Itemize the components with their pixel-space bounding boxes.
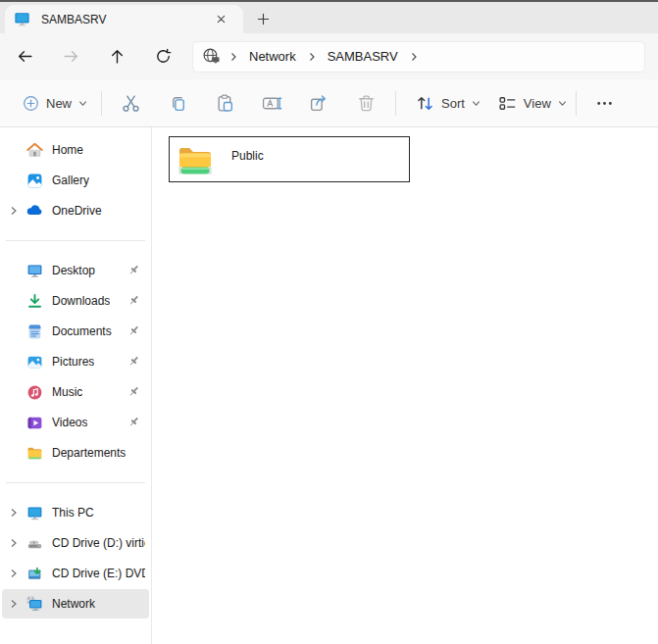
pin-icon	[127, 324, 140, 337]
divider	[6, 482, 145, 483]
sidebar-item-departements[interactable]: Departements	[2, 438, 149, 468]
sidebar-item-videos[interactable]: Videos	[2, 408, 149, 437]
pin-icon	[127, 264, 140, 276]
cut-button[interactable]	[113, 85, 148, 121]
chevron-down-icon	[472, 99, 481, 108]
pin-icon	[127, 294, 140, 307]
pin-icon	[127, 355, 140, 368]
desktop-icon	[25, 262, 43, 279]
close-icon[interactable]	[210, 9, 231, 30]
view-button[interactable]: View	[489, 88, 576, 119]
sort-button-label: Sort	[441, 96, 465, 111]
body: Home Gallery OneDrive	[0, 127, 658, 644]
more-button[interactable]	[587, 85, 623, 121]
sidebar-item-label: OneDrive	[52, 204, 102, 218]
share-button[interactable]	[301, 85, 336, 121]
sidebar-item-label: Pictures	[52, 355, 94, 369]
videos-icon	[25, 414, 43, 431]
back-button[interactable]	[8, 40, 41, 74]
pictures-icon	[25, 353, 43, 371]
onedrive-icon	[25, 202, 43, 220]
view-button-label: View	[524, 96, 551, 111]
folder-icon	[25, 444, 43, 462]
sidebar-item-label: Desktop	[52, 264, 95, 277]
view-icon	[498, 94, 517, 113]
file-explorer-window: SAMBASRV Network	[0, 0, 658, 644]
tab-monitor-icon	[14, 11, 30, 27]
sidebar-item-desktop[interactable]: Desktop	[2, 256, 149, 285]
breadcrumb-chevron-icon	[407, 52, 421, 62]
chevron-down-icon	[78, 99, 87, 108]
sidebar-item-gallery[interactable]: Gallery	[2, 166, 149, 195]
sort-icon	[416, 94, 434, 113]
sidebar-item-this-pc[interactable]: This PC	[2, 498, 149, 527]
tab-title: SAMBASRV	[41, 13, 202, 26]
this-pc-icon	[25, 504, 43, 521]
address-bar[interactable]: Network SAMBASRV	[192, 41, 645, 73]
sidebar-item-label: Documents	[52, 324, 112, 338]
breadcrumb-chevron-icon	[305, 52, 319, 62]
sidebar-item-label: CD Drive (D:) virtio-	[52, 536, 145, 550]
refresh-button[interactable]	[146, 40, 179, 74]
paste-button[interactable]	[207, 85, 242, 121]
network-icon	[25, 595, 43, 613]
cd-drive-icon	[25, 534, 43, 552]
sidebar-item-label: Videos	[52, 416, 87, 429]
new-button-label: New	[46, 96, 72, 111]
breadcrumb-network[interactable]: Network	[240, 46, 305, 67]
new-plus-icon	[23, 95, 39, 112]
sidebar-item-music[interactable]: Music	[2, 377, 149, 407]
tab-sambasrv[interactable]: SAMBASRV	[5, 5, 243, 33]
file-item-label: Public	[231, 149, 264, 163]
sidebar-item-documents[interactable]: Documents	[2, 317, 149, 346]
forward-button[interactable]	[54, 40, 87, 74]
divider	[101, 91, 102, 116]
pin-icon	[127, 385, 140, 398]
sidebar-item-label: Departements	[52, 446, 126, 460]
sidebar-item-label: Music	[52, 385, 82, 399]
chevron-right-icon[interactable]	[6, 599, 22, 609]
navigation-pane: Home Gallery OneDrive	[0, 127, 152, 644]
chevron-right-icon[interactable]	[6, 508, 22, 518]
cd-drive-media-icon	[25, 565, 43, 582]
command-bar: New Sort	[0, 79, 658, 127]
sidebar-item-label: Downloads	[52, 294, 110, 308]
rename-button[interactable]	[254, 85, 289, 121]
music-icon	[25, 383, 43, 401]
downloads-icon	[25, 292, 43, 310]
sidebar-item-onedrive[interactable]: OneDrive	[2, 196, 149, 225]
new-button[interactable]: New	[14, 89, 96, 118]
navigation-bar: Network SAMBASRV	[0, 33, 658, 79]
sidebar-item-cd-drive-e[interactable]: CD Drive (E:) DVD_F	[2, 559, 149, 588]
sidebar-item-pictures[interactable]: Pictures	[2, 347, 149, 376]
chevron-right-icon[interactable]	[6, 206, 22, 216]
delete-button[interactable]	[348, 85, 383, 121]
breadcrumb-chevron-icon	[227, 52, 240, 62]
sidebar-item-network[interactable]: Network	[2, 589, 149, 619]
sidebar-item-cd-drive-d[interactable]: CD Drive (D:) virtio-	[2, 528, 149, 558]
new-tab-icon[interactable]	[251, 7, 276, 31]
divider	[576, 91, 577, 116]
sidebar-item-home[interactable]: Home	[2, 135, 149, 165]
file-item-public[interactable]: Public	[169, 136, 410, 182]
sidebar-item-label: Home	[52, 143, 83, 157]
sidebar-item-label: This PC	[52, 506, 94, 520]
chevron-right-icon[interactable]	[6, 538, 22, 548]
tab-bar: SAMBASRV	[0, 2, 658, 33]
sidebar-item-label: Gallery	[52, 173, 89, 187]
network-globe-icon	[202, 47, 221, 66]
pin-icon	[127, 416, 140, 428]
file-list: Public	[152, 127, 658, 644]
shared-folder-icon	[176, 141, 215, 180]
breadcrumb-sambasrv[interactable]: SAMBASRV	[319, 46, 407, 67]
home-icon	[25, 141, 43, 159]
copy-button[interactable]	[160, 85, 195, 121]
sort-button[interactable]: Sort	[407, 88, 489, 119]
chevron-down-icon	[558, 99, 567, 108]
chevron-right-icon[interactable]	[6, 569, 22, 578]
gallery-icon	[25, 172, 43, 189]
up-button[interactable]	[100, 40, 133, 74]
divider	[395, 91, 396, 116]
sidebar-item-label: CD Drive (E:) DVD_F	[52, 567, 145, 580]
sidebar-item-downloads[interactable]: Downloads	[2, 286, 149, 316]
